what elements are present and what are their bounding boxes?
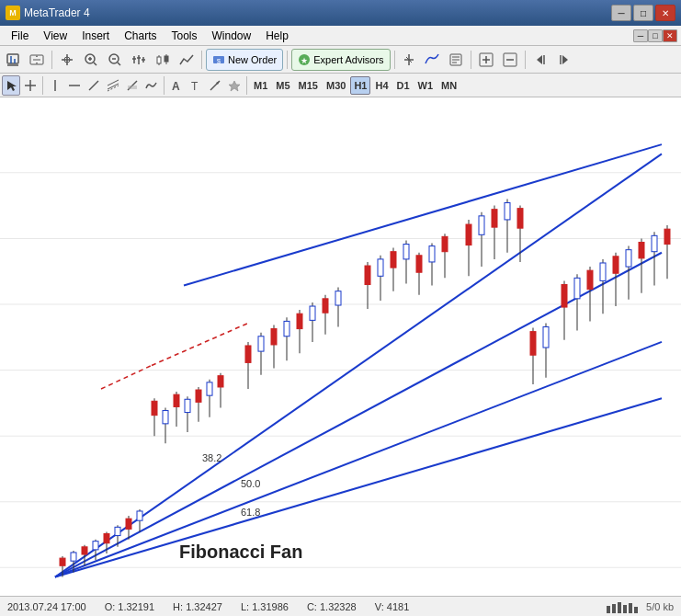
title-bar: M MetaTrader 4 ─ □ ✕ (0, 0, 681, 26)
svg-rect-154 (543, 327, 549, 348)
svg-rect-84 (71, 553, 76, 561)
tb-scroll-right[interactable] (553, 49, 575, 71)
chart-area[interactable]: 38.2 50.0 61.8 Fibonacci Fan (0, 97, 681, 596)
inner-restore[interactable]: □ (648, 29, 663, 42)
tb-crosshair[interactable] (56, 49, 78, 71)
expert-advisors-button[interactable]: ★ Expert Advisors (291, 49, 390, 71)
svg-rect-24 (157, 57, 161, 63)
svg-rect-92 (115, 527, 120, 535)
svg-marker-50 (7, 81, 17, 91)
inner-close[interactable]: ✕ (663, 29, 677, 42)
tool-arrow[interactable] (206, 75, 224, 96)
tool-vline[interactable] (46, 75, 64, 96)
close-button[interactable]: ✕ (655, 5, 675, 21)
svg-rect-150 (517, 209, 523, 228)
tb-new-chart[interactable] (2, 49, 24, 71)
tb-profiles[interactable] (26, 49, 48, 71)
period-m5[interactable]: M5 (272, 76, 293, 95)
svg-marker-48 (562, 55, 568, 64)
tb-bars[interactable] (128, 49, 150, 71)
sep1 (51, 51, 52, 69)
svg-rect-88 (93, 542, 98, 550)
svg-rect-140 (442, 236, 448, 251)
tb-zoom-out2[interactable] (499, 49, 521, 71)
new-order-label: New Order (228, 54, 277, 65)
new-order-button[interactable]: $ New Order (206, 49, 283, 71)
status-low: L: 1.31986 (241, 601, 289, 612)
menu-charts[interactable]: Charts (117, 28, 164, 44)
tb-template[interactable] (445, 49, 467, 71)
menu-view[interactable]: View (36, 28, 74, 44)
tool-hline[interactable] (65, 75, 84, 96)
minimize-button[interactable]: ─ (611, 5, 631, 21)
window-controls: ─ □ ✕ (611, 5, 675, 21)
menu-help[interactable]: Help (258, 28, 296, 44)
tb-period-sep[interactable] (399, 49, 419, 71)
sep4 (394, 51, 395, 69)
period-mn[interactable]: MN (437, 76, 460, 95)
svg-rect-168 (639, 242, 644, 257)
tool-text-T[interactable]: T (187, 75, 205, 96)
tool-crosshair[interactable] (21, 75, 40, 96)
svg-rect-108 (207, 382, 212, 395)
period-d1[interactable]: D1 (393, 76, 414, 95)
status-bar: 2013.07.24 17:00 O: 1.32191 H: 1.32427 L… (0, 596, 681, 616)
svg-rect-138 (429, 246, 435, 262)
period-m30[interactable]: M30 (323, 76, 349, 95)
period-h4[interactable]: H4 (371, 76, 392, 95)
status-info: 5/0 kb (646, 601, 674, 612)
menu-tools[interactable]: Tools (165, 28, 205, 44)
sep2 (201, 51, 202, 69)
tool-misc[interactable] (225, 75, 244, 96)
tool-cursor[interactable] (2, 75, 20, 96)
svg-rect-172 (664, 229, 670, 244)
menu-insert[interactable]: Insert (74, 28, 117, 44)
tb-candles[interactable] (152, 49, 174, 71)
tool-channel[interactable] (104, 75, 122, 96)
toolbar2: A T M1 M5 M15 M30 H1 H4 D1 W1 MN (0, 74, 681, 97)
menu-bar: File View Insert Charts Tools Window Hel… (0, 26, 681, 46)
tb-scroll-left[interactable] (529, 49, 551, 71)
tool-text-A[interactable]: A (167, 75, 186, 96)
inner-minimize[interactable]: ─ (633, 29, 648, 42)
menu-file[interactable]: File (4, 28, 36, 44)
svg-rect-122 (310, 306, 315, 320)
tb-indicators[interactable] (421, 49, 443, 71)
svg-rect-144 (479, 216, 484, 234)
sep5 (471, 51, 471, 69)
svg-line-16 (118, 63, 120, 65)
period-h1[interactable]: H1 (350, 76, 370, 95)
tool-wave[interactable] (142, 75, 161, 96)
svg-marker-46 (537, 55, 542, 64)
status-open: O: 1.32191 (105, 601, 154, 612)
maximize-button[interactable]: □ (633, 5, 653, 21)
svg-rect-174 (612, 604, 616, 613)
sep6 (525, 51, 526, 69)
chart-main-label: Fibonacci Fan (179, 542, 302, 562)
tb-line[interactable] (176, 49, 198, 71)
fib-label-618: 61.8 (241, 507, 260, 518)
svg-rect-175 (618, 602, 621, 613)
period-m15[interactable]: M15 (295, 76, 322, 95)
svg-rect-124 (323, 299, 328, 313)
tb-zoom-out[interactable] (104, 49, 126, 71)
period-w1[interactable]: W1 (414, 76, 437, 95)
menu-window[interactable]: Window (205, 28, 259, 44)
tb-zoom-in[interactable] (80, 49, 102, 71)
status-datetime: 2013.07.24 17:00 (7, 601, 86, 612)
svg-rect-148 (505, 203, 510, 220)
tb-zoom-in2[interactable] (475, 49, 497, 71)
period-m1[interactable]: M1 (250, 76, 271, 95)
tool-fib[interactable] (123, 75, 142, 96)
svg-rect-173 (607, 606, 610, 613)
svg-rect-96 (137, 511, 142, 520)
svg-rect-170 (652, 235, 657, 251)
svg-rect-128 (365, 266, 370, 284)
svg-rect-118 (284, 321, 289, 336)
svg-rect-156 (562, 285, 567, 308)
fib-label-50: 50.0 (241, 478, 260, 489)
svg-rect-100 (163, 411, 168, 424)
svg-rect-0 (7, 54, 18, 63)
tool-trendline[interactable] (85, 75, 103, 96)
svg-text:★: ★ (301, 56, 308, 65)
